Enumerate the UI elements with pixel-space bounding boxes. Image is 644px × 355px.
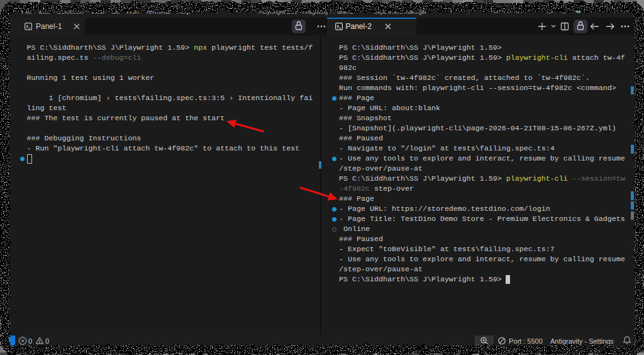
svg-text:0: 0 [28, 337, 32, 345]
svg-text:0: 0 [45, 337, 49, 345]
svg-text:Antigravity - Settings: Antigravity - Settings [550, 337, 614, 345]
svg-text:Port : 5500: Port : 5500 [509, 337, 543, 345]
